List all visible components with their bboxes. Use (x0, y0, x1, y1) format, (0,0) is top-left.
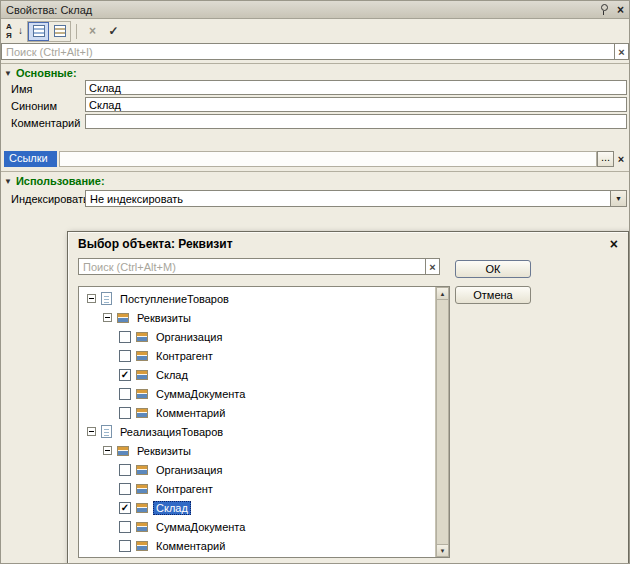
comment-field[interactable] (85, 114, 627, 129)
collapse-node-icon[interactable] (103, 313, 112, 322)
delete-icon: × (82, 22, 103, 41)
tree-item-label[interactable]: Контрагент (153, 482, 216, 496)
tree-item-label[interactable]: Реквизиты (134, 311, 194, 325)
category-rows-glyph (54, 25, 66, 37)
sort-alphabet-icon[interactable]: А Я ↓ (4, 22, 25, 41)
tree-item[interactable]: Комментарий (79, 536, 435, 555)
vertical-scrollbar[interactable]: ▲ ▼ (435, 287, 449, 557)
links-clear-icon[interactable]: × (614, 151, 628, 167)
tree-item[interactable]: ✓Склад (79, 365, 435, 384)
tree-checkbox[interactable]: ✓ (119, 502, 131, 514)
tree-indent (79, 336, 119, 337)
collapse-triangle-icon[interactable]: ▼ (4, 177, 12, 186)
search-clear-icon[interactable]: × (614, 44, 628, 59)
collapse-node-icon[interactable] (87, 427, 96, 436)
tree-item[interactable]: Реквизиты (79, 308, 435, 327)
section-main-label: Основные: (16, 67, 77, 79)
list-view-icon[interactable] (28, 22, 49, 41)
attribute-icon (136, 541, 148, 551)
object-tree: ПоступлениеТоваровРеквизитыОрганизацияКо… (78, 286, 450, 558)
dialog-search-input[interactable] (79, 259, 425, 274)
scroll-down-icon[interactable]: ▼ (436, 544, 449, 557)
tree-indent (79, 469, 119, 470)
collapse-node-icon[interactable] (103, 446, 112, 455)
scroll-up-icon[interactable]: ▲ (436, 287, 449, 300)
search-input[interactable] (2, 44, 614, 59)
sort-letter-z: Я (6, 31, 12, 40)
tree-item-label[interactable]: ПоступлениеТоваров (117, 292, 232, 306)
collapse-triangle-icon[interactable]: ▼ (4, 69, 12, 78)
tree-item-label[interactable]: РеализацияТоваров (117, 425, 226, 439)
dropdown-icon[interactable]: ▼ (610, 191, 626, 206)
tree-item-label[interactable]: Контрагент (153, 349, 216, 363)
name-field[interactable] (85, 80, 627, 95)
tree-checkbox[interactable] (119, 407, 131, 419)
section-main[interactable]: ▼ Основные: (1, 63, 629, 80)
tree-checkbox[interactable] (119, 483, 131, 495)
tree-indent (79, 374, 119, 375)
ok-button[interactable]: ОК (455, 260, 531, 278)
list-rows-glyph (33, 25, 45, 37)
tree-indent (79, 317, 103, 318)
links-value-field[interactable] (59, 151, 597, 167)
tree-item[interactable]: Реквизиты (79, 441, 435, 460)
synonym-label: Синоним (11, 100, 57, 112)
dialog-search-clear-icon[interactable]: × (425, 259, 439, 274)
tree-item[interactable]: Контрагент (79, 479, 435, 498)
properties-window: Свойства: Склад × А Я ↓ × ✓ × ▼ Основные… (0, 0, 630, 564)
tree-item[interactable]: Организация (79, 460, 435, 479)
tree-checkbox[interactable] (119, 331, 131, 343)
index-combobox[interactable]: Не индексировать ▼ (85, 190, 627, 207)
dialog-close-icon[interactable]: × (610, 236, 618, 252)
links-more-button[interactable]: ... (597, 151, 614, 167)
attribute-icon (136, 389, 148, 399)
tree-indent (79, 431, 87, 432)
tree-checkbox[interactable] (119, 521, 131, 533)
tree-item[interactable]: СуммаДокумента (79, 517, 435, 536)
cancel-button[interactable]: Отмена (455, 286, 531, 304)
properties-search: × (1, 43, 629, 60)
toolbar: А Я ↓ × ✓ (1, 20, 629, 42)
tree-item-label[interactable]: Склад (153, 368, 191, 382)
tree-checkbox[interactable] (119, 540, 131, 552)
tree-item[interactable]: РеализацияТоваров (79, 422, 435, 441)
category-view-icon[interactable] (49, 22, 70, 41)
tree-item[interactable]: ПоступлениеТоваров (79, 289, 435, 308)
tree-item-label[interactable]: Комментарий (153, 406, 228, 420)
tree-checkbox[interactable] (119, 388, 131, 400)
attribute-icon (136, 484, 148, 494)
tree-indent (79, 298, 87, 299)
tree-item[interactable]: СуммаДокумента (79, 384, 435, 403)
pin-icon[interactable] (599, 3, 609, 16)
tree-item[interactable]: Комментарий (79, 403, 435, 422)
tree-item-label[interactable]: Организация (153, 330, 225, 344)
select-object-dialog: Выбор объекта: Реквизит × × ОК Отмена По… (67, 231, 629, 564)
dialog-title: Выбор объекта: Реквизит (78, 237, 610, 251)
tree-item-label[interactable]: СуммаДокумента (153, 520, 248, 534)
section-usage[interactable]: ▼ Использование: (1, 171, 629, 188)
tree-checkbox[interactable]: ✓ (119, 369, 131, 381)
close-icon[interactable]: × (617, 3, 624, 17)
links-property-label[interactable]: Ссылки (4, 151, 57, 167)
synonym-field[interactable] (85, 97, 627, 112)
tree-item[interactable]: Контрагент (79, 346, 435, 365)
tree-item-label[interactable]: Организация (153, 463, 225, 477)
toolbar-separator (76, 24, 77, 39)
apply-icon[interactable]: ✓ (103, 22, 124, 41)
tree-checkbox[interactable] (119, 350, 131, 362)
collapse-node-icon[interactable] (87, 294, 96, 303)
tree-indent (79, 526, 119, 527)
tree-item-label[interactable]: Комментарий (153, 539, 228, 553)
tree-item[interactable]: ✓Склад (79, 498, 435, 517)
tree-checkbox[interactable] (119, 464, 131, 476)
scroll-thumb[interactable] (436, 300, 449, 544)
tree-item-label[interactable]: Реквизиты (134, 444, 194, 458)
attribute-icon (136, 408, 148, 418)
tree-item-label[interactable]: Склад (153, 501, 191, 515)
attribute-icon (136, 351, 148, 361)
tree-item-label[interactable]: СуммаДокумента (153, 387, 248, 401)
tree-indent (79, 507, 119, 508)
tree-item[interactable]: Организация (79, 327, 435, 346)
tree-indent (79, 450, 103, 451)
tree-indent (79, 488, 119, 489)
